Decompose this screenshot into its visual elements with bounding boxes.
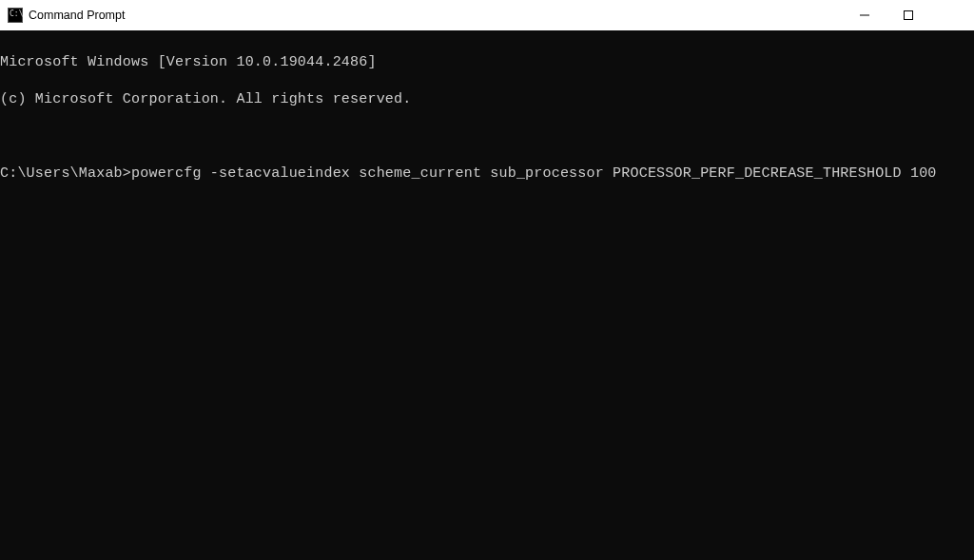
maximize-button[interactable] (886, 0, 930, 30)
maximize-icon (904, 10, 913, 20)
app-icon-glyph: C:\ (10, 10, 23, 18)
terminal-prompt: C:\Users\Maxab> (0, 165, 131, 182)
window-controls (843, 0, 974, 30)
svg-rect-1 (905, 11, 913, 20)
terminal-command: powercfg -setacvalueindex scheme_current… (131, 165, 937, 182)
terminal-body[interactable]: Microsoft Windows [Version 10.0.19044.24… (0, 30, 974, 560)
minimize-button[interactable] (843, 0, 886, 30)
terminal-output-line: Microsoft Windows [Version 10.0.19044.24… (0, 53, 974, 72)
app-icon: C:\ (8, 8, 23, 23)
terminal-output-line: (c) Microsoft Corporation. All rights re… (0, 90, 974, 109)
window-title: Command Prompt (29, 9, 843, 22)
terminal-blank-line (0, 127, 974, 146)
minimize-icon (860, 10, 869, 20)
title-bar[interactable]: C:\ Command Prompt (0, 0, 974, 30)
terminal-prompt-line: C:\Users\Maxab>powercfg -setacvalueindex… (0, 164, 974, 183)
